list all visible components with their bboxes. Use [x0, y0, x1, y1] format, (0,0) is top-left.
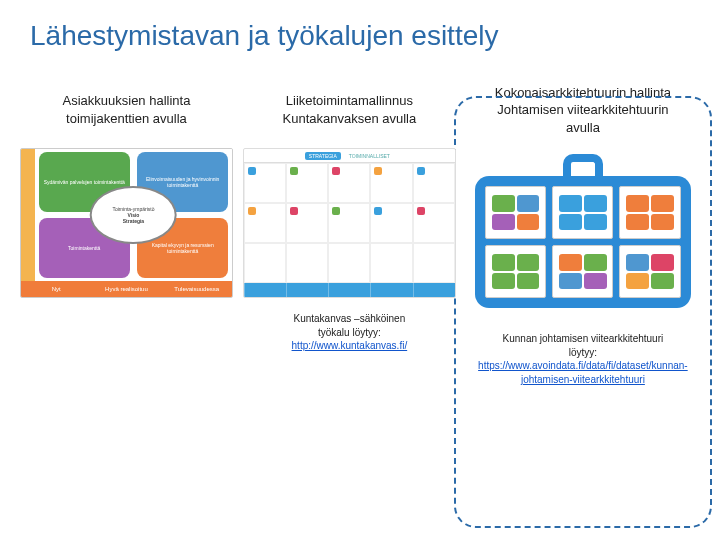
col2-foot-l1: Kuntakanvas –sähköinen	[293, 313, 405, 324]
col2-footer: Kuntakanvas –sähköinen työkalu löytyy: h…	[243, 312, 456, 353]
bot-left: Nyt	[21, 281, 91, 297]
column-1: Asiakkuuksien hallinta toimijakenttien a…	[20, 82, 233, 386]
col3-foot-link[interactable]: https://www.avoindata.fi/data/fi/dataset…	[478, 360, 688, 385]
canvas-grid	[244, 163, 455, 283]
col3-foot-l2: löytyy:	[569, 347, 597, 358]
col3-foot-l1: Kunnan johtamisen viitearkkitehtuuri	[503, 333, 664, 344]
briefcase-card	[552, 245, 613, 298]
col2-foot-link[interactable]: http://www.kuntakanvas.fi/	[292, 340, 408, 351]
col3-header-l2: Johtamisen viitearkkitehtuurin	[466, 101, 700, 119]
grid-icon	[332, 167, 340, 175]
col1-header: Asiakkuuksien hallinta toimijakenttien a…	[20, 82, 233, 138]
briefcase-card	[485, 186, 546, 239]
col1-header-l1: Asiakkuuksien hallinta	[20, 92, 233, 110]
grid-icon	[417, 167, 425, 175]
canvas-bottom-bar	[244, 283, 455, 297]
col1-header-l2: toimijakenttien avulla	[20, 110, 233, 128]
col2-foot-l2: työkalu löytyy:	[318, 327, 381, 338]
canvas-thumbnail: STRATEGIA TOIMINNALLISET	[243, 148, 456, 298]
quadrant-main: Sydämivän palvelujen toimintakenttä Elin…	[35, 149, 232, 281]
briefcase-handle-icon	[563, 154, 603, 176]
grid-icon	[332, 207, 340, 215]
col2-header-l2: Kuntakanvaksen avulla	[243, 110, 456, 128]
briefcase-body	[475, 176, 690, 308]
tab-toiminnalliset: TOIMINNALLISET	[345, 152, 394, 160]
quadrant-bottom: Nyt Hyvä realisoituu Tulevaisuudessa	[21, 281, 232, 297]
column-3: Kokonaisarkkitehtuurin hallinta Johtamis…	[466, 82, 700, 386]
bot-right: Tulevaisuudessa	[162, 281, 232, 297]
grid-icon	[248, 207, 256, 215]
col3-header-l1: Kokonaisarkkitehtuurin hallinta	[466, 84, 700, 102]
briefcase-card	[619, 245, 680, 298]
center-l3: Strategia	[123, 218, 144, 224]
quadrant-thumbnail: Sydämivän palvelujen toimintakenttä Elin…	[20, 148, 233, 298]
grid-icon	[248, 167, 256, 175]
grid-icon	[417, 207, 425, 215]
col3-header-l3: avulla	[466, 119, 700, 137]
col3-header: Kokonaisarkkitehtuurin hallinta Johtamis…	[466, 82, 700, 138]
columns: Asiakkuuksien hallinta toimijakenttien a…	[0, 82, 720, 386]
briefcase-thumbnail	[466, 148, 700, 318]
briefcase-card	[552, 186, 613, 239]
col3-footer: Kunnan johtamisen viitearkkitehtuuri löy…	[466, 332, 700, 386]
slide-title: Lähestymistavan ja työkalujen esittely	[0, 0, 720, 62]
grid-icon	[290, 207, 298, 215]
column-2: Liiketoimintamallinnus Kuntakanvaksen av…	[243, 82, 456, 386]
col2-header-l1: Liiketoimintamallinnus	[243, 92, 456, 110]
col2-header: Liiketoimintamallinnus Kuntakanvaksen av…	[243, 82, 456, 138]
grid-icon	[374, 207, 382, 215]
tab-strategia: STRATEGIA	[305, 152, 341, 160]
quadrant-side-label	[21, 149, 35, 281]
grid-icon	[374, 167, 382, 175]
briefcase-card	[619, 186, 680, 239]
quad-center: Toiminta-ympäristö Visio Strategia	[90, 186, 177, 244]
grid-icon	[290, 167, 298, 175]
bot-mid: Hyvä realisoituu	[91, 281, 161, 297]
canvas-tabs: STRATEGIA TOIMINNALLISET	[244, 149, 455, 163]
briefcase-card	[485, 245, 546, 298]
